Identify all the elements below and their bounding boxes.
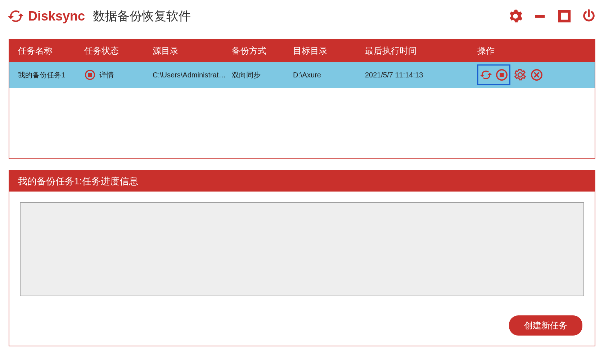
maximize-icon: [558, 10, 571, 23]
row-target: D:\Axure: [290, 71, 362, 79]
row-actions: [470, 64, 595, 85]
stop-icon: [496, 69, 508, 81]
settings-button[interactable]: [508, 8, 523, 24]
close-circle-icon: [531, 69, 543, 81]
content-area: 任务名称 任务状态 源目录 备份方式 目标目录 最后执行时间 操作 我的备份任务…: [0, 39, 604, 346]
action-delete-button[interactable]: [530, 68, 544, 82]
power-icon: [582, 9, 596, 23]
refresh-icon: [479, 68, 492, 81]
progress-body: [9, 192, 595, 346]
action-sync-button[interactable]: [479, 68, 493, 82]
minimize-icon: [533, 10, 546, 23]
progress-title: 我的备份任务1:任务进度信息: [9, 171, 595, 192]
create-task-button[interactable]: 创建新任务: [509, 315, 582, 336]
maximize-button[interactable]: [556, 8, 572, 24]
window-controls: [508, 8, 597, 24]
close-button[interactable]: [581, 8, 597, 24]
header-mode: 备份方式: [229, 45, 290, 57]
progress-log-area[interactable]: [20, 202, 584, 296]
status-label[interactable]: 详情: [99, 70, 114, 80]
task-list-panel: 任务名称 任务状态 源目录 备份方式 目标目录 最后执行时间 操作 我的备份任务…: [9, 39, 595, 159]
task-row[interactable]: 我的备份任务1 详情 C:\Users\Administrato... 双向同步…: [9, 62, 595, 88]
gear-icon: [514, 68, 527, 81]
row-time: 2021/5/7 11:14:13: [362, 71, 470, 79]
row-source: C:\Users\Administrato...: [150, 71, 229, 79]
status-stop-icon[interactable]: [84, 69, 96, 81]
header-actions: 操作: [470, 45, 595, 57]
svg-rect-0: [535, 15, 545, 18]
header-status: 任务状态: [81, 45, 150, 57]
row-mode: 双向同步: [229, 70, 290, 80]
task-table-header: 任务名称 任务状态 源目录 备份方式 目标目录 最后执行时间 操作: [9, 40, 595, 62]
minimize-button[interactable]: [532, 8, 548, 24]
action-settings-button[interactable]: [513, 68, 527, 82]
progress-panel: 我的备份任务1:任务进度信息 创建新任务: [9, 170, 595, 346]
app-name: Disksync: [28, 9, 85, 24]
header-name: 任务名称: [9, 45, 81, 57]
row-task-name: 我的备份任务1: [9, 70, 81, 80]
header-source: 源目录: [150, 45, 229, 57]
svg-rect-5: [500, 73, 504, 77]
highlighted-actions: [477, 64, 510, 85]
app-subtitle: 数据备份恢复软件: [93, 8, 191, 24]
row-task-status: 详情: [81, 69, 150, 81]
titlebar: Disksync 数据备份恢复软件: [0, 0, 604, 32]
header-time: 最后执行时间: [362, 45, 470, 57]
titlebar-left: Disksync 数据备份恢复软件: [7, 8, 191, 25]
sync-logo-icon: [7, 8, 24, 25]
header-target: 目标目录: [290, 45, 362, 57]
action-stop-button[interactable]: [495, 68, 509, 82]
svg-rect-3: [88, 73, 92, 77]
gear-icon: [508, 9, 523, 23]
svg-rect-1: [560, 12, 569, 21]
